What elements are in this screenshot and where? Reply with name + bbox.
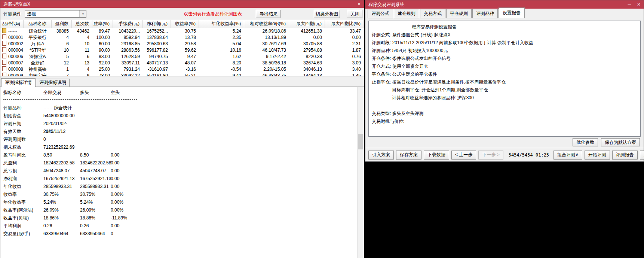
total-count-cell: 9 [72, 73, 92, 76]
table-row[interactable]: ------ 综合统计 38885 43462 89.47 1043220...… [0, 28, 364, 34]
table-row[interactable]: 000001 平安银行 4 4 100.00 8592.94 137838.64… [0, 34, 364, 41]
settings-tab[interactable]: 设置报告 [499, 7, 525, 18]
settings-tab[interactable]: 建仓规则 [394, 9, 419, 18]
table-row[interactable]: 000009 中国宝安 7 9 78.00 33092.12 552161.80… [0, 73, 364, 76]
annual-return-cell: 1.62 [199, 54, 244, 60]
prev-step-button[interactable]: < 上一步 [451, 151, 476, 160]
name-cell: 神州高铁 [24, 66, 52, 73]
close-button[interactable]: 关闭 [347, 10, 362, 18]
indicator-name: 收益率(贝塔) [0, 214, 43, 222]
win-rate-cell: 78.00 [92, 73, 113, 76]
indicator-short: 0.00 [111, 151, 364, 159]
settings-tab[interactable]: 交易方式 [420, 9, 445, 18]
header-cell[interactable]: 最大回撤比(%) [325, 20, 364, 28]
switch-analysis-chart-button[interactable]: 切换分析图 [314, 10, 340, 18]
combo-eval-button[interactable]: 组合评测∨ [553, 151, 582, 160]
max-drawdown-pct-cell: 0.76 [325, 54, 364, 60]
panel-row: 盈亏时间比 8.50 8.50 0.00 [0, 151, 364, 159]
minimize-icon[interactable]: ─ [628, 2, 631, 7]
table-row[interactable]: 000002 万 科A 6 10 60.00 23168.85 295800.6… [0, 41, 364, 47]
report-line: 交易时机与价位: [369, 118, 640, 125]
indicator-name: 评测周期数 [0, 136, 43, 143]
stock-code: 000004 [8, 48, 23, 53]
indicator-long [80, 112, 111, 120]
name-cell: 中国宝安 [24, 73, 52, 76]
settings-tab[interactable]: 评测公式 [368, 9, 393, 18]
panel-header-all: 全部交易 [43, 89, 80, 97]
indicator-all-trades: 45047248.07 [43, 167, 80, 175]
indicator-all-trades: 5.24% [43, 198, 80, 206]
header-cell[interactable]: 相对收益率α/β(%) [244, 20, 289, 28]
alpha-beta-cell: 46.10/47.73 [244, 47, 289, 54]
indicator-all-trades: 0.26 [43, 222, 80, 230]
header-cell[interactable]: 总次数 [72, 20, 92, 28]
close-button[interactable]: 关闭 [640, 151, 644, 160]
panel-row: 总盈利 1824622202.58 1824622202.58 0.00 [0, 159, 364, 167]
indicator-all-trades: 7123252922.69 [43, 143, 80, 151]
indicator-tab[interactable]: 评测指标详情 [1, 78, 36, 87]
save-default-button[interactable]: 保存为默认方案 [601, 138, 640, 146]
close-icon[interactable]: ✕ [637, 2, 641, 7]
code-cell: 000006 [0, 54, 24, 60]
settings-tab[interactable]: 评测品种 [472, 9, 498, 18]
header-cell[interactable]: 年化收益率(%) [199, 20, 244, 28]
panel-row: 交易量(股/手) 6333950464 6333950464 0 [0, 230, 364, 238]
download-data-button[interactable]: 下载数据 [424, 151, 449, 160]
header-cell[interactable]: 胜率(%) [92, 20, 113, 28]
indicator-tab[interactable]: 评测指标说明 [36, 79, 70, 86]
table-row[interactable]: 000004 *ST国华 10 11 90.00 28863.56 596177… [0, 47, 364, 54]
header-cell[interactable]: 收益率(%) [171, 20, 199, 28]
header-cell[interactable]: 盈利数 [52, 20, 72, 28]
chevron-down-icon[interactable]: ▼ [79, 10, 86, 17]
dashed-divider [3, 99, 137, 100]
indicator-name: 总盈利 [0, 159, 43, 167]
win-count-cell: 12 [52, 60, 72, 66]
panel-header-name: 指标名称 [0, 89, 43, 97]
stock-code: 000001 [8, 35, 23, 40]
stock-code: 000007 [8, 60, 23, 66]
import-plan-button[interactable]: 引入方案 [368, 151, 394, 160]
indicator-long [80, 143, 111, 151]
header-cell[interactable]: 品种代码 [0, 20, 24, 28]
annual-return-cell: 9.42 [199, 73, 244, 76]
header-cell[interactable]: 净利润(元) [143, 20, 171, 28]
table-row[interactable]: 000008 神州高铁 1 4 25.00 7931.24 -31610.97 … [0, 66, 364, 73]
results-table-header: 品种代码品种名称盈利数总次数胜率(%)手续费(元)净利润(元)收益率(%)年化收… [0, 20, 364, 28]
panel-row: 平均利润 0.26 0.26 0.00 [0, 222, 364, 230]
export-results-button[interactable]: 导出结果 [256, 10, 280, 18]
table-row[interactable]: 000007 全新好 12 13 92.00 33097.11 480717.1… [0, 60, 364, 66]
header-cell[interactable]: 最大回撤(元) [289, 20, 325, 28]
max-drawdown-cell: 8220.38 [289, 54, 325, 60]
settings-tab[interactable]: 平仓规则 [446, 9, 472, 18]
name-cell: 综合统计 [24, 28, 52, 34]
name-cell: *ST国华 [24, 47, 52, 54]
indicator-all-trades: 2020/01/02-2025/11/12 [43, 120, 80, 128]
scrollbar-thumb[interactable] [358, 134, 363, 149]
condition-combobox[interactable]: 选股 ▼ [25, 10, 86, 18]
panel-header-long: 多头 [80, 89, 111, 97]
header-cell[interactable]: 品种名称 [24, 20, 52, 28]
start-eval-button[interactable]: 开始评测 [585, 151, 610, 160]
eval-report-button[interactable]: 评测报告 [612, 151, 638, 160]
stock-file-icon [2, 28, 6, 33]
table-row[interactable]: 000006 深振业A 5 6 83.00 12628.59 94740.75 … [0, 54, 364, 60]
win-rate-cell: 100.00 [92, 34, 113, 41]
max-drawdown-cell: 14484.13 [289, 73, 325, 76]
optimize-params-button[interactable]: 优化参数 [573, 138, 598, 146]
vertical-scrollbar[interactable] [357, 87, 363, 258]
indicator-short [111, 112, 364, 120]
header-cell[interactable]: 手续费(元) [113, 20, 143, 28]
indicator-short [111, 120, 364, 128]
indicator-all-trades: 285598933.31 [43, 183, 80, 191]
indicator-name: 有效天数 [0, 128, 43, 136]
name-cell: 万 科A [24, 41, 52, 47]
report-line: 目标周期平仓: 开仓达到1个周期,则全部数量平仓 [369, 86, 640, 94]
stock-file-icon [2, 54, 6, 58]
indicator-short: 0 [111, 230, 364, 238]
indicator-name: 收益率(阿尔法) [0, 206, 43, 214]
net-profit-cell: -31610.97 [143, 66, 171, 73]
save-plan-button[interactable]: 保存方案 [396, 151, 421, 160]
close-icon[interactable]: ✕ [357, 1, 361, 7]
alpha-beta-cell: 26.09/18.86 [244, 28, 289, 34]
indicator-all-trades: 1675252921.13 [43, 175, 80, 183]
